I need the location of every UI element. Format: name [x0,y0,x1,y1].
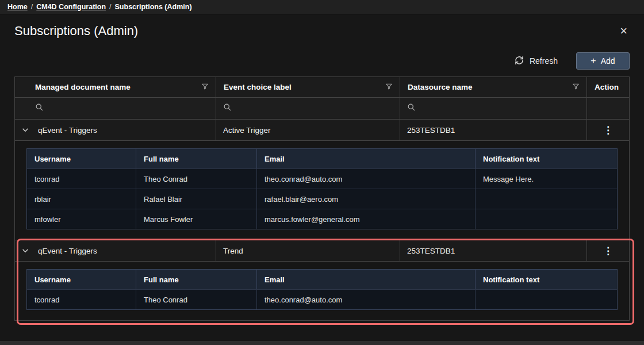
action-cell: ⋮ [587,120,629,140]
filter-funnel-icon[interactable] [201,83,209,92]
column-header-label: Managed document name [35,83,131,91]
breadcrumb-link-cm4d-configuration[interactable]: CM4D Configuration [36,3,106,11]
chevron-down-icon[interactable] [21,126,29,134]
chevron-down-icon[interactable] [21,247,29,255]
datasource-name: 253TESTDB1 [400,120,587,140]
filter-input-datasource-name[interactable] [421,103,580,113]
subscriber-username: tconrad [27,290,136,309]
title-row: Subscriptions (Admin) × [14,24,630,39]
kebab-menu-icon[interactable]: ⋮ [600,245,616,257]
subscribers-detail-panel: Username Full name Email Notification te… [15,261,629,320]
filter-cell-action [587,98,629,119]
column-header-label: Datasource name [408,83,473,91]
refresh-button[interactable]: Refresh [513,53,559,70]
column-header-event-choice-label: Event choice label [216,77,400,97]
subscriber-full-name: Theo Conrad [136,290,257,309]
subscriber-column-email: Email [257,270,476,289]
column-header-action: Action [587,77,629,97]
group-cell-managed-document-name: qEvent - Triggers [15,120,216,140]
search-icon [35,103,44,114]
subscriber-notification-text: Message Here. [476,169,617,189]
action-cell: ⋮ [587,240,629,261]
filter-row [15,97,629,119]
group-cell-managed-document-name: qEvent - Triggers [15,240,216,261]
subscriber-column-username: Username [27,149,136,168]
breadcrumb-current-page: Subscriptions (Admin) [115,3,192,11]
filter-cell-event-choice-label [216,98,400,119]
breadcrumb-separator: / [109,3,111,11]
kebab-menu-icon[interactable]: ⋮ [600,124,616,136]
filter-funnel-icon[interactable] [385,83,393,92]
table-row[interactable]: qEvent - Triggers Active Trigger 253TEST… [15,119,629,140]
search-icon [223,103,232,114]
page-title: Subscriptions (Admin) [14,24,138,39]
list-item: mfowler Marcus Fowler marcus.fowler@gene… [27,209,617,229]
subscriber-username: tconrad [27,169,136,189]
column-header-managed-document-name: Managed document name [15,77,216,97]
column-header-datasource-name: Datasource name [400,77,587,97]
close-icon[interactable]: × [618,24,630,39]
subscriber-username: mfowler [27,209,136,229]
add-button-label: Add [601,56,615,66]
subscribers-detail-panel: Username Full name Email Notification te… [15,140,629,240]
list-item: rblair Rafael Blair rafael.blair@aero.co… [27,189,617,209]
managed-document-name: qEvent - Triggers [38,247,97,255]
plus-icon: + [591,56,596,66]
subscriptions-table: Managed document name Event choice label… [14,76,630,321]
refresh-icon [514,55,524,67]
event-choice-label: Trend [216,240,400,261]
search-icon [407,103,416,114]
breadcrumb: Home / CM4D Configuration / Subscription… [0,0,644,14]
subscriber-email: marcus.fowler@general.com [257,209,476,229]
subscribers-table: Username Full name Email Notification te… [26,148,618,229]
subscriber-column-full-name: Full name [136,149,257,168]
window-bottom-edge [0,341,644,345]
column-header-label: Action [595,83,619,91]
filter-input-managed-document-name[interactable] [49,103,209,113]
subscriber-column-username: Username [27,270,136,289]
subscriber-notification-text [476,209,617,229]
filter-funnel-icon[interactable] [572,83,580,92]
breadcrumb-separator: / [31,3,33,11]
subscribers-header-row: Username Full name Email Notification te… [27,270,617,289]
subscriber-email: rafael.blair@aero.com [257,189,476,209]
subscription-group-2: qEvent - Triggers Trend 253TESTDB1 ⋮ Use… [15,240,629,320]
subscriber-notification-text [476,189,617,209]
breadcrumb-link-home[interactable]: Home [7,3,28,11]
table-row[interactable]: qEvent - Triggers Trend 253TESTDB1 ⋮ [15,240,629,261]
column-header-label: Event choice label [224,83,292,91]
subscriber-column-notification-text: Notification text [476,149,617,168]
filter-cell-managed-document-name [15,98,216,119]
subscriber-full-name: Rafael Blair [136,189,257,209]
refresh-button-label: Refresh [530,56,558,66]
list-item: tconrad Theo Conrad theo.conrad@auto.com [27,289,617,309]
event-choice-label: Active Trigger [216,120,400,140]
subscription-group-1: qEvent - Triggers Active Trigger 253TEST… [15,119,629,240]
subscriber-full-name: Marcus Fowler [136,209,257,229]
page-body: Subscriptions (Admin) × Refresh + Add [0,24,644,321]
list-item: tconrad Theo Conrad theo.conrad@auto.com… [27,168,617,189]
subscribers-table: Username Full name Email Notification te… [26,269,618,310]
toolbar: Refresh + Add [14,52,630,70]
subscriber-column-notification-text: Notification text [476,270,617,289]
subscriber-username: rblair [27,189,136,209]
filter-cell-datasource-name [400,98,587,119]
datasource-name: 253TESTDB1 [400,240,587,261]
subscriber-email: theo.conrad@auto.com [257,169,476,189]
filter-input-event-choice-label[interactable] [237,103,393,113]
subscribers-header-row: Username Full name Email Notification te… [27,149,617,168]
subscriber-email: theo.conrad@auto.com [257,290,476,309]
subscriber-column-full-name: Full name [136,270,257,289]
subscriber-notification-text [476,290,617,309]
table-header-row: Managed document name Event choice label… [15,77,629,97]
subscriber-full-name: Theo Conrad [136,169,257,189]
subscriber-column-email: Email [257,149,476,168]
add-button[interactable]: + Add [576,52,630,70]
managed-document-name: qEvent - Triggers [38,126,97,135]
